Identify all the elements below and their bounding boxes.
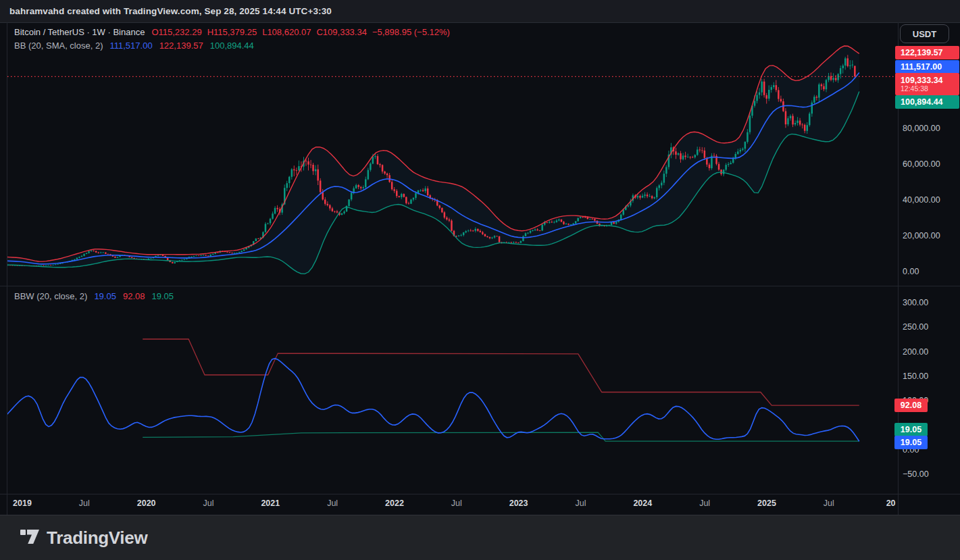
- time-tick-jul: Jul: [681, 499, 728, 508]
- high-value: 115,379.25: [213, 27, 257, 37]
- bbw-tick: −50.00: [903, 469, 929, 479]
- bb-upper-axis-label[interactable]: 122,139.57: [895, 46, 959, 59]
- open-value: 115,232.29: [159, 27, 202, 37]
- close-value: 109,333.34: [323, 27, 367, 37]
- symbol-legend[interactable]: Bitcoin / TetherUS · 1W · Binance O115,2…: [14, 27, 450, 37]
- symbol-title[interactable]: Bitcoin / TetherUS · 1W · Binance: [14, 27, 145, 37]
- time-tick-2022: 2022: [371, 499, 418, 508]
- bb-lower-axis-label[interactable]: 100,894.44: [895, 95, 959, 109]
- time-tick-jul: Jul: [433, 499, 480, 508]
- pane-divider[interactable]: [0, 286, 960, 286]
- time-tick-20: 20: [867, 499, 915, 508]
- time-tick-2021: 2021: [247, 499, 294, 508]
- time-tick-jul: Jul: [309, 499, 356, 508]
- bb-lower-value: 100,894.44: [210, 41, 254, 51]
- open-label: O: [151, 27, 158, 37]
- currency-toggle-button[interactable]: USDT: [900, 24, 949, 43]
- last-price-axis-label[interactable]: 109,333.34 12:45:38: [895, 73, 959, 95]
- low-value: 108,620.07: [267, 27, 311, 37]
- bbw-value-axis-label[interactable]: 19.05: [894, 436, 928, 449]
- tradingview-screenshot: bahramvahd created with TradingView.com,…: [0, 0, 960, 560]
- bbw-high-axis-label[interactable]: 92.08: [894, 399, 928, 412]
- tradingview-mark-icon: [20, 530, 41, 546]
- bbw-tick: 300.00: [903, 298, 928, 307]
- price-chart[interactable]: [0, 0, 960, 560]
- tradingview-logo[interactable]: TradingView: [20, 528, 147, 549]
- bar-countdown: 12:45:38: [901, 85, 959, 93]
- bbw-tick: 150.00: [903, 372, 928, 381]
- bbw-low-value: 19.05: [151, 291, 174, 301]
- time-axis-border: [0, 494, 960, 494]
- time-tick-2019: 2019: [0, 499, 46, 508]
- price-tick: 40,000.00: [903, 195, 940, 205]
- time-tick-2024: 2024: [619, 499, 666, 508]
- high-label: H: [207, 27, 213, 37]
- bbw-tick: 250.00: [903, 322, 928, 332]
- time-tick-jul: Jul: [61, 499, 108, 508]
- footer-bar: TradingView: [0, 515, 960, 560]
- time-tick-2020: 2020: [123, 499, 170, 508]
- bbw-high-value: 92.08: [123, 291, 145, 301]
- bbw-title[interactable]: BBW (20, close, 2): [14, 291, 87, 301]
- price-tick: 0.00: [903, 267, 919, 276]
- time-tick-jul: Jul: [184, 499, 232, 508]
- price-tick: 80,000.00: [903, 124, 940, 133]
- chart-left-border: [7, 22, 7, 515]
- bbw-low-axis-label[interactable]: 19.05: [894, 423, 928, 436]
- time-tick-jul: Jul: [557, 499, 604, 508]
- change-value: −5,898.95 (−5.12%): [372, 27, 450, 37]
- bbw-indicator-legend[interactable]: BBW (20, close, 2) 19.05 92.08 19.05: [14, 291, 174, 301]
- time-tick-2023: 2023: [495, 499, 542, 508]
- time-tick-jul: Jul: [805, 499, 853, 508]
- tradingview-logotype: TradingView: [47, 528, 147, 549]
- time-tick-2025: 2025: [743, 499, 790, 508]
- bb-basis-value: 111,517.00: [110, 41, 153, 51]
- bb-upper-value: 122,139.57: [159, 41, 203, 51]
- close-label: C: [316, 27, 322, 37]
- price-tick: 20,000.00: [903, 231, 940, 240]
- bb-title[interactable]: BB (20, SMA, close, 2): [14, 41, 103, 51]
- price-tick: 60,000.00: [903, 159, 940, 169]
- bbw-value: 19.05: [94, 291, 116, 301]
- bb-basis-axis-label[interactable]: 111,517.00: [895, 60, 959, 74]
- bb-indicator-legend[interactable]: BB (20, SMA, close, 2) 111,517.00 122,13…: [14, 41, 254, 51]
- bbw-tick: 200.00: [903, 347, 928, 357]
